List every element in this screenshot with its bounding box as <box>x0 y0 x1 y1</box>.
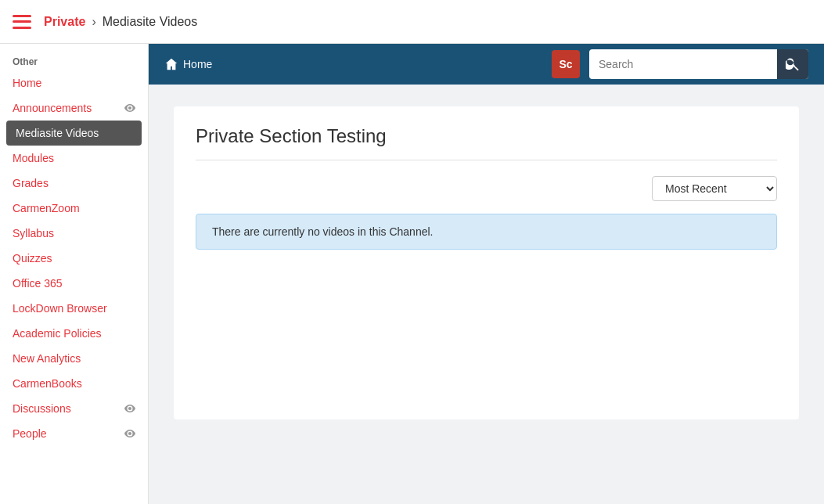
sidebar-item-lockdown-browser[interactable]: LockDown Browser <box>0 296 148 321</box>
eye-icon <box>124 402 135 415</box>
sidebar-item-people[interactable]: People <box>0 421 148 446</box>
sidebar-item-label: New Analytics <box>13 352 81 365</box>
sidebar-item-modules[interactable]: Modules <box>0 146 148 171</box>
search-container <box>589 49 808 79</box>
sidebar-item-home[interactable]: Home <box>0 70 148 95</box>
page-card: Private Section Testing Most Recent Olde… <box>174 106 799 419</box>
sort-dropdown[interactable]: Most Recent Oldest A-Z Z-A <box>652 176 777 201</box>
sidebar-item-label: Office 365 <box>13 277 63 290</box>
sidebar-item-label: Home <box>13 77 41 89</box>
home-button[interactable]: Home <box>164 57 212 71</box>
search-icon <box>786 57 800 71</box>
sidebar-item-office365[interactable]: Office 365 <box>0 271 148 296</box>
breadcrumb-private-link[interactable]: Private <box>44 15 85 29</box>
sidebar-item-discussions[interactable]: Discussions <box>0 396 148 421</box>
sidebar-item-label: Modules <box>13 152 54 164</box>
sidebar-item-label: LockDown Browser <box>13 302 107 315</box>
sort-dropdown-container: Most Recent Oldest A-Z Z-A <box>196 176 777 201</box>
sidebar-item-label: Quizzes <box>13 252 52 265</box>
home-label: Home <box>183 58 212 70</box>
sidebar-item-label: CarmenZoom <box>13 202 80 214</box>
top-bar: Private › Mediasite Videos <box>0 0 824 44</box>
sidebar-item-label: CarmenBooks <box>13 377 82 390</box>
breadcrumb-separator: › <box>92 15 95 29</box>
sidebar-item-label: Announcements <box>13 102 92 114</box>
header-bar: Home Sc <box>149 44 824 85</box>
page-content: Private Section Testing Most Recent Olde… <box>149 85 824 504</box>
home-icon <box>164 57 178 71</box>
search-input[interactable] <box>589 52 777 77</box>
sidebar-item-grades[interactable]: Grades <box>0 171 148 196</box>
sidebar-item-label: Mediasite Videos <box>16 127 99 139</box>
sidebar-item-label: People <box>13 427 47 440</box>
sidebar-item-syllabus[interactable]: Syllabus <box>0 221 148 246</box>
sidebar-item-label: Academic Policies <box>13 327 102 340</box>
breadcrumb-current: Mediasite Videos <box>103 15 198 29</box>
empty-message-box: There are currently no videos in this Ch… <box>196 214 777 250</box>
sidebar-item-academic-policies[interactable]: Academic Policies <box>0 321 148 346</box>
eye-icon <box>124 427 135 440</box>
page-title: Private Section Testing <box>196 125 777 147</box>
sidebar-item-carmenzoom[interactable]: CarmenZoom <box>0 196 148 221</box>
eye-icon <box>124 102 135 114</box>
empty-message-text: There are currently no videos in this Ch… <box>212 225 433 238</box>
sidebar-section-label: Other <box>0 50 148 70</box>
main-area: Other Home Announcements Mediasite Video… <box>0 44 824 504</box>
sidebar-item-quizzes[interactable]: Quizzes <box>0 246 148 271</box>
sidebar-item-announcements[interactable]: Announcements <box>0 95 148 121</box>
hamburger-icon[interactable] <box>13 15 31 29</box>
sidebar: Other Home Announcements Mediasite Video… <box>0 44 149 504</box>
divider <box>196 160 777 160</box>
sc-badge: Sc <box>552 50 580 78</box>
sidebar-item-mediasite-videos[interactable]: Mediasite Videos <box>6 121 142 146</box>
content-area: Home Sc Private Section Testing Most Re <box>149 44 824 504</box>
search-button[interactable] <box>777 49 808 79</box>
sidebar-item-carmenbooks[interactable]: CarmenBooks <box>0 371 148 396</box>
sidebar-item-label: Discussions <box>13 402 71 415</box>
sidebar-item-new-analytics[interactable]: New Analytics <box>0 346 148 371</box>
sidebar-item-label: Grades <box>13 177 49 189</box>
sidebar-item-label: Syllabus <box>13 227 54 239</box>
breadcrumb: Private › Mediasite Videos <box>44 15 197 29</box>
